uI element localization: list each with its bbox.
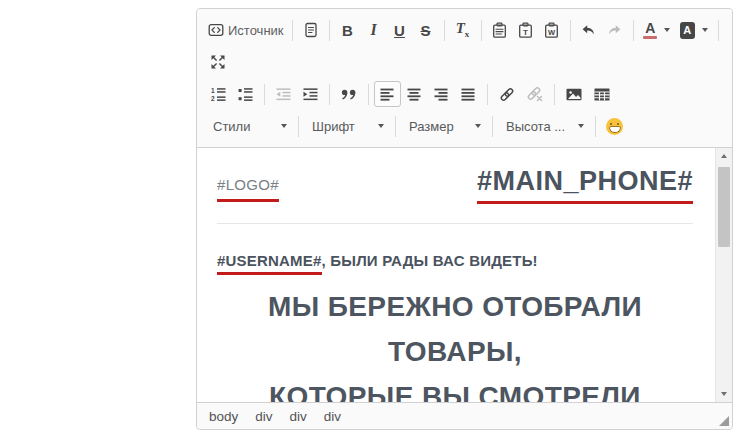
scroll-up-icon <box>721 154 727 158</box>
path-item-div-1[interactable]: div <box>255 409 272 424</box>
toolbar-separator <box>292 20 293 41</box>
svg-text:1: 1 <box>211 87 215 94</box>
underline-button[interactable]: U <box>387 17 413 43</box>
decrease-indent-icon <box>275 86 292 103</box>
scroll-down-button[interactable] <box>716 386 732 402</box>
table-icon <box>593 86 611 103</box>
scroll-up-button[interactable] <box>716 148 732 164</box>
align-right-icon <box>433 86 450 103</box>
remove-format-icon: Tx <box>456 21 470 39</box>
source-button-label: Источник <box>228 23 284 38</box>
element-path-bar: body div div div <box>197 402 732 429</box>
toolbar-row-2 <box>205 46 724 78</box>
bold-icon: B <box>342 23 353 38</box>
redo-button[interactable] <box>602 17 628 43</box>
increase-indent-button[interactable] <box>297 81 324 107</box>
unlink-button[interactable] <box>521 81 549 107</box>
background-color-button[interactable]: A <box>675 17 713 43</box>
path-item-div-3[interactable]: div <box>324 409 341 424</box>
toolbar-separator <box>368 84 369 105</box>
text-color-icon: A <box>643 21 657 39</box>
chevron-down-icon <box>378 124 384 128</box>
size-dropdown-label: Размер <box>409 119 454 134</box>
vertical-scrollbar[interactable] <box>715 148 732 402</box>
align-center-button[interactable] <box>401 81 428 107</box>
unlink-icon <box>526 86 544 103</box>
toolbar-row-1: Источник B I U S <box>205 14 724 46</box>
blockquote-button[interactable] <box>335 81 363 107</box>
toolbar-separator <box>595 116 596 137</box>
resize-handle[interactable] <box>719 416 729 426</box>
link-button[interactable] <box>493 81 521 107</box>
toolbar-separator <box>298 116 299 137</box>
source-button[interactable]: Источник <box>205 17 287 43</box>
chevron-down-icon <box>578 124 584 128</box>
paste-from-word-button[interactable]: W <box>539 17 565 43</box>
toolbar-separator <box>718 20 719 41</box>
redo-icon <box>606 22 623 39</box>
text-color-button[interactable]: A <box>639 17 675 43</box>
headline-line-2: ТОВАРЫ, <box>217 329 693 374</box>
toolbar-separator <box>395 116 396 137</box>
chevron-down-icon <box>281 124 287 128</box>
blockquote-icon <box>340 86 358 103</box>
emoji-button[interactable] <box>601 113 628 139</box>
headline-block: МЫ БЕРЕЖНО ОТОБРАЛИ ТОВАРЫ, КОТОРЫЕ ВЫ С… <box>217 284 693 402</box>
justify-button[interactable] <box>455 81 482 107</box>
align-right-button[interactable] <box>428 81 455 107</box>
toolbar-separator <box>481 20 482 41</box>
italic-button[interactable]: I <box>361 17 387 43</box>
email-template-document[interactable]: #LOGO# #MAIN_PHONE# #USERNAME#, БЫЛИ РАД… <box>197 148 715 402</box>
greeting-text: , БЫЛИ РАДЫ ВАС ВИДЕТЬ! <box>322 252 538 269</box>
styles-dropdown-label: Стили <box>213 119 250 134</box>
bulleted-list-button[interactable] <box>232 81 259 107</box>
toolbar-separator <box>444 20 445 41</box>
paste-from-word-icon: W <box>543 22 560 39</box>
svg-text:2: 2 <box>211 95 215 102</box>
logo-placeholder: #LOGO# <box>217 176 279 202</box>
main-phone-placeholder: #MAIN_PHONE# <box>477 166 693 204</box>
rich-text-editor: Источник B I U S <box>196 8 733 430</box>
editor-content-area[interactable]: #LOGO# #MAIN_PHONE# #USERNAME#, БЫЛИ РАД… <box>197 148 732 402</box>
chevron-down-icon <box>702 28 708 32</box>
table-button[interactable] <box>588 81 616 107</box>
paste-icon <box>491 22 508 39</box>
underline-icon: U <box>394 23 405 38</box>
bold-button[interactable]: B <box>335 17 361 43</box>
line-height-dropdown[interactable]: Высота ... <box>498 113 590 139</box>
undo-button[interactable] <box>576 17 602 43</box>
size-dropdown[interactable]: Размер <box>401 113 487 139</box>
paste-plain-text-icon: T <box>517 22 534 39</box>
toolbar-separator <box>487 84 488 105</box>
path-item-body[interactable]: body <box>209 409 238 424</box>
path-item-div-2[interactable]: div <box>290 409 307 424</box>
toolbar-separator <box>492 116 493 137</box>
smiley-icon <box>606 118 623 135</box>
source-icon <box>208 22 224 38</box>
numbered-list-button[interactable]: 1 2 <box>205 81 232 107</box>
paste-plain-text-button[interactable]: T <box>513 17 539 43</box>
decrease-indent-button[interactable] <box>270 81 297 107</box>
toolbar-row-4: Стили Шрифт Размер Высота ... <box>205 110 724 142</box>
svg-text:W: W <box>548 27 556 36</box>
strikethrough-button[interactable]: S <box>413 17 439 43</box>
chevron-down-icon <box>664 28 670 32</box>
paste-button[interactable] <box>487 17 513 43</box>
username-placeholder: #USERNAME# <box>217 252 322 275</box>
maximize-icon <box>210 54 226 70</box>
styles-dropdown[interactable]: Стили <box>205 113 293 139</box>
font-dropdown-label: Шрифт <box>312 119 355 134</box>
scrollbar-thumb[interactable] <box>718 167 730 247</box>
background-color-icon: A <box>680 22 695 39</box>
line-height-dropdown-label: Высота ... <box>506 119 565 134</box>
link-icon <box>498 86 516 103</box>
chevron-down-icon <box>475 124 481 128</box>
template-document-icon <box>303 22 319 38</box>
templates-button[interactable] <box>298 17 324 43</box>
remove-format-button[interactable]: Tx <box>450 17 476 43</box>
image-button[interactable] <box>560 81 588 107</box>
maximize-button[interactable] <box>205 49 231 75</box>
font-dropdown[interactable]: Шрифт <box>304 113 390 139</box>
align-left-button[interactable] <box>374 81 401 107</box>
numbered-list-icon: 1 2 <box>210 86 227 103</box>
